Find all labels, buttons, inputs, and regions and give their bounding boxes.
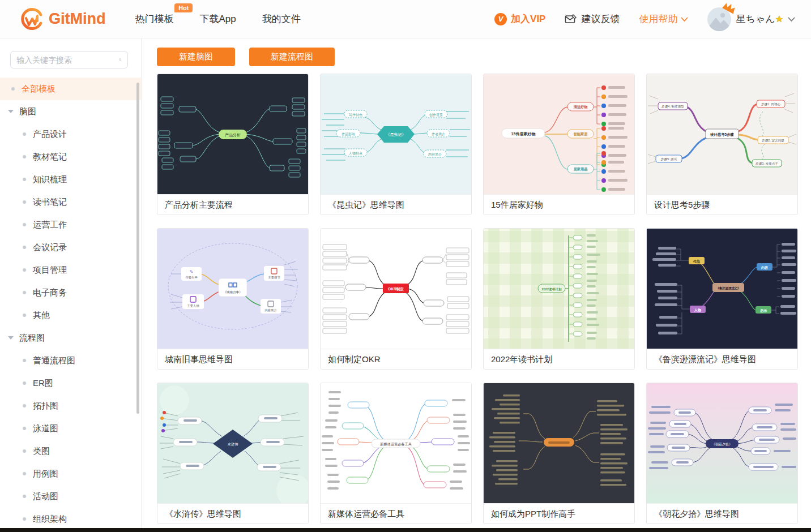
star-emoji: ★ (775, 14, 783, 24)
template-thumbnail: 《朝花夕拾》 (647, 383, 797, 503)
bottom-dark-bar (0, 528, 811, 532)
sidebar-item-meeting-notes[interactable]: 会议记录 (0, 236, 141, 259)
svg-text:OKR制定: OKR制定 (388, 287, 404, 291)
template-title: 《水浒传》思维导图 (157, 503, 308, 524)
feedback-button[interactable]: 建议反馈 (565, 12, 620, 25)
nav-my-files[interactable]: 我的文件 (262, 12, 301, 25)
top-navbar: GitMind 热门模板 Hot 下载App 我的文件 V 加入VIP 建议反馈… (0, 0, 811, 38)
template-title: 城南旧事思维导图 (157, 349, 308, 369)
template-title: 2022年读书计划 (484, 349, 634, 369)
template-title: 《朝花夕拾》思维导图 (647, 503, 797, 524)
svg-text:2022读书计划: 2022读书计划 (542, 288, 562, 291)
template-title: 如何成为PPT制作高手 (484, 503, 634, 524)
template-thumbnail: 15件居家好物 清洁好物 智能家居 居家用品 (484, 74, 634, 194)
template-card[interactable]: 产品分析 产品分析主要流程 (157, 74, 309, 215)
template-thumbnail: 产品分析 (157, 74, 308, 194)
template-title: 新媒体运营必备工具 (321, 503, 471, 524)
sidebar-item-usecase[interactable]: 用例图 (0, 462, 141, 485)
template-title: 《鲁滨逊漂流记》思维导图 (647, 349, 797, 369)
template-thumbnail: 步骤1: 同理心 步骤2: 定义问题 步骤3: 发现点子 步骤4: 制作原型 步… (647, 74, 797, 194)
svg-text:内容: 内容 (761, 265, 769, 270)
svg-text:作者简介: 作者简介 (431, 132, 445, 136)
search-input[interactable] (16, 55, 119, 65)
sidebar-item-product-design[interactable]: 产品设计 (0, 123, 141, 145)
chevron-down-icon (681, 17, 688, 22)
svg-text:作品: 作品 (693, 259, 700, 264)
sidebar-item-textbook-notes[interactable]: 教材笔记 (0, 145, 141, 168)
template-card[interactable]: 写作特色 作品影响 人物特点 创作背景 作者简介 内容简介 《昆虫记》 《昆虫记… (320, 74, 472, 215)
svg-text:作者生平: 作者生平 (185, 276, 198, 279)
nav-hot-templates[interactable]: 热门模板 Hot (135, 12, 173, 25)
hot-badge: Hot (174, 3, 193, 12)
template-thumbnail: 作品 人物 内容 启示 《鲁滨逊漂流记》 (647, 229, 797, 349)
svg-text:《昆虫记》: 《昆虫记》 (386, 132, 406, 137)
user-menu[interactable]: 星ちゃん★ (707, 7, 795, 31)
svg-text:15件居家好物: 15件居家好物 (511, 131, 536, 136)
new-flowchart-button[interactable]: 新建流程图 (249, 48, 335, 66)
svg-text:创作背景: 创作背景 (429, 113, 443, 117)
bullet-icon (11, 87, 15, 91)
sidebar-item-class-diagram[interactable]: 类图 (0, 440, 141, 462)
feedback-mail-icon (565, 14, 577, 25)
sidebar-item-all-templates[interactable]: 全部模板 (0, 78, 141, 100)
svg-text:步骤4: 制作原型: 步骤4: 制作原型 (661, 105, 684, 109)
svg-text:新媒体运营必备工具: 新媒体运营必备工具 (379, 442, 412, 447)
template-card[interactable]: 15件居家好物 清洁好物 智能家居 居家用品 (483, 74, 635, 215)
svg-text:步骤3: 发现点子: 步骤3: 发现点子 (755, 162, 778, 166)
svg-text:人物: 人物 (694, 308, 701, 312)
sidebar-item-ecommerce[interactable]: 电子商务 (0, 281, 141, 304)
sidebar-item-topology[interactable]: 拓扑图 (0, 394, 141, 417)
sidebar-item-activity[interactable]: 活动图 (0, 485, 141, 508)
sidebar-scrollbar[interactable] (136, 83, 139, 414)
search-icon[interactable] (119, 55, 122, 65)
template-thumbnail (484, 383, 634, 503)
template-thumbnail: 写作特色 作品影响 人物特点 创作背景 作者简介 内容简介 《昆虫记》 (321, 74, 471, 194)
svg-text:人物特点: 人物特点 (348, 151, 362, 156)
sidebar-item-swimlane[interactable]: 泳道图 (0, 417, 141, 440)
template-card[interactable]: 《朝花夕拾》 《朝花夕拾》思维导图 (646, 383, 798, 524)
help-menu[interactable]: 使用帮助 (639, 12, 688, 25)
svg-text:步骤5: 测试: 步骤5: 测试 (661, 157, 677, 161)
sidebar-section-flowchart[interactable]: 流程图 (0, 327, 141, 349)
gitmind-logo[interactable]: GitMind (20, 7, 105, 31)
template-thumbnail: 新媒体运营必备工具 (321, 383, 471, 503)
template-title: 设计思考5步骤 (647, 194, 797, 214)
svg-text:内容简介: 内容简介 (264, 308, 277, 312)
svg-text:居家用品: 居家用品 (573, 167, 588, 171)
svg-text:内容简介: 内容简介 (428, 152, 442, 157)
template-thumbnail: 2022读书计划 (484, 229, 634, 349)
svg-text:《城南旧事》: 《城南旧事》 (223, 290, 242, 294)
sidebar-item-org-chart[interactable]: 组织架构 (0, 508, 141, 530)
sidebar-section-mindmap[interactable]: 脑图 (0, 100, 141, 123)
vip-icon: V (494, 13, 507, 25)
svg-text:清洁好物: 清洁好物 (573, 105, 588, 109)
sidebar-item-basic-flowchart[interactable]: 普通流程图 (0, 349, 141, 372)
sidebar-item-project-mgmt[interactable]: 项目管理 (0, 259, 141, 281)
triangle-expand-icon (8, 110, 14, 113)
template-card[interactable]: 作者生平 主要情节 主要人物 内容简介 ✎ 《城南旧事》 城南旧事思维导图 (157, 228, 309, 370)
svg-text:水浒传: 水浒传 (227, 442, 238, 447)
template-card[interactable]: 新媒体运营必备工具 新媒体运营必备工具 (320, 383, 472, 524)
template-title: 15件居家好物 (484, 194, 634, 214)
sidebar-item-operations[interactable]: 运营工作 (0, 213, 141, 236)
svg-text:步骤1: 同理心: 步骤1: 同理心 (761, 102, 781, 106)
new-mindmap-button[interactable]: 新建脑图 (157, 48, 235, 66)
template-gallery: 新建脑图 新建流程图 (142, 38, 811, 532)
template-card[interactable]: OKR制定 如何制定OKR (320, 228, 472, 370)
template-card[interactable]: 水浒传 《水浒传》思维导图 (157, 383, 309, 524)
search-box (10, 51, 128, 68)
template-card[interactable]: 2022读书计划 2022年读书计划 (483, 228, 635, 370)
svg-text:产品分析: 产品分析 (225, 133, 241, 138)
template-card[interactable]: 作品 人物 内容 启示 《鲁滨逊漂流记》 《鲁滨逊漂流记》思维导图 (646, 228, 798, 370)
sidebar-item-knowledge[interactable]: 知识梳理 (0, 168, 141, 191)
sidebar-item-er-diagram[interactable]: ER图 (0, 372, 141, 394)
sidebar-item-other[interactable]: 其他 (0, 304, 141, 327)
template-thumbnail: 水浒传 (157, 383, 308, 503)
template-card[interactable]: 步骤1: 同理心 步骤2: 定义问题 步骤3: 发现点子 步骤4: 制作原型 步… (646, 74, 798, 215)
svg-text:启示: 启示 (759, 308, 767, 313)
main-nav: 热门模板 Hot 下载App 我的文件 (135, 12, 300, 25)
nav-download-app[interactable]: 下载App (199, 12, 236, 25)
join-vip-button[interactable]: V 加入VIP (494, 12, 545, 25)
template-card[interactable]: 如何成为PPT制作高手 (483, 383, 635, 524)
sidebar-item-reading-notes[interactable]: 读书笔记 (0, 191, 141, 213)
